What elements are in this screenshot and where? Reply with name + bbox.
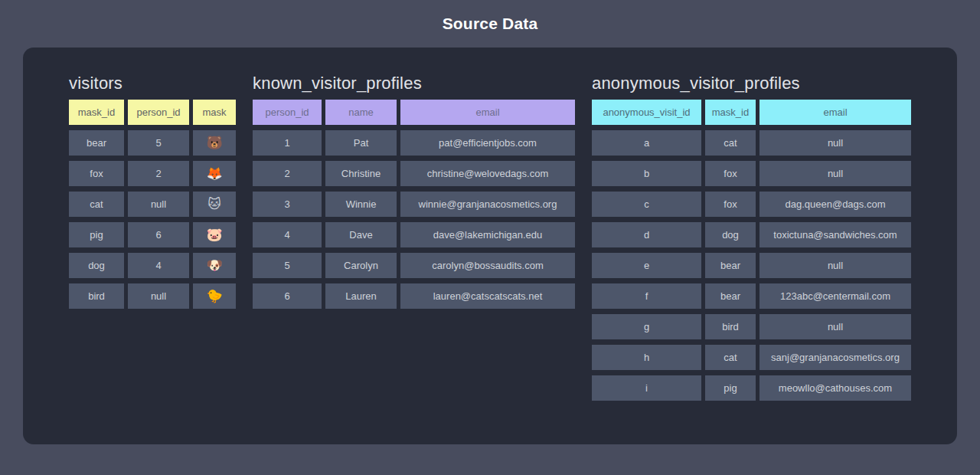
table-cell: 🦊: [193, 161, 236, 186]
table-cell: Christine: [325, 161, 397, 186]
table-cell: fox: [705, 192, 756, 217]
table-cell: 3: [253, 192, 322, 217]
table-cell: sanj@granjanacosmetics.org: [760, 345, 911, 370]
column-header-email: email: [760, 100, 911, 125]
table-cell: dave@lakemichigan.edu: [400, 222, 575, 247]
table-cell: Carolyn: [325, 253, 397, 278]
table-cell: 🐻: [193, 130, 236, 156]
table-cell: g: [592, 314, 701, 339]
table-known_visitor_profiles: known_visitor_profilesperson_idnameemail…: [253, 74, 575, 309]
table-cell: 6: [128, 222, 189, 247]
table-cell: toxictuna@sandwiches.com: [760, 222, 911, 247]
column-header-email: email: [400, 100, 575, 125]
table-cell: meowllo@cathouses.com: [760, 375, 911, 401]
table-cell: cat: [705, 130, 756, 156]
table-cell: d: [592, 222, 701, 247]
table-cell: f: [592, 283, 701, 309]
table-cell: 5: [128, 130, 189, 156]
table-cell: c: [592, 192, 701, 217]
table-cell: bird: [69, 283, 124, 309]
table-cell: 5: [253, 253, 322, 278]
table-cell: null: [760, 161, 911, 186]
table-cell: null: [128, 283, 189, 309]
column-header-anonymous_visit_id: anonymous_visit_id: [592, 100, 701, 125]
table-cell: pat@efficientjobs.com: [400, 130, 575, 156]
table-cell: b: [592, 161, 701, 186]
table-cell: fox: [69, 161, 124, 186]
table-cell: pig: [69, 222, 124, 247]
table-cell: pig: [705, 375, 756, 401]
table-grid: anonymous_visit_idmask_idemailacatnullbf…: [592, 100, 911, 401]
table-cell: e: [592, 253, 701, 278]
column-header-person_id: person_id: [253, 100, 322, 125]
table-anonymous_visitor_profiles: anonymous_visitor_profilesanonymous_visi…: [592, 74, 911, 401]
table-cell: 6: [253, 283, 322, 309]
table-cell: fox: [705, 161, 756, 186]
page-header: Source Data: [0, 0, 980, 48]
page-title: Source Data: [443, 15, 538, 33]
table-cell: i: [592, 375, 701, 401]
column-header-person_id: person_id: [128, 100, 189, 125]
table-grid: person_idnameemail1Patpat@efficientjobs.…: [253, 100, 575, 309]
table-title-visitors: visitors: [69, 74, 236, 93]
table-cell: lauren@catscatscats.net: [400, 283, 575, 309]
table-cell: null: [128, 192, 189, 217]
table-cell: cat: [69, 192, 124, 217]
column-header-mask: mask: [193, 100, 236, 125]
table-cell: 2: [128, 161, 189, 186]
table-cell: 4: [128, 253, 189, 278]
table-cell: dag.queen@dags.com: [760, 192, 911, 217]
table-cell: Lauren: [325, 283, 397, 309]
table-cell: 4: [253, 222, 322, 247]
table-cell: 🐤: [193, 283, 236, 309]
table-grid: mask_idperson_idmaskbear5🐻fox2🦊catnull🐱p…: [69, 100, 236, 309]
tables-container: visitorsmask_idperson_idmaskbear5🐻fox2🦊c…: [69, 74, 957, 401]
column-header-mask_id: mask_id: [69, 100, 124, 125]
source-data-panel: visitorsmask_idperson_idmaskbear5🐻fox2🦊c…: [23, 48, 957, 444]
table-cell: dog: [69, 253, 124, 278]
table-cell: bird: [705, 314, 756, 339]
table-cell: 🐱: [193, 192, 236, 217]
column-header-mask_id: mask_id: [705, 100, 756, 125]
table-cell: Pat: [325, 130, 397, 156]
table-title-anonymous_visitor_profiles: anonymous_visitor_profiles: [592, 74, 911, 93]
table-cell: 2: [253, 161, 322, 186]
table-visitors: visitorsmask_idperson_idmaskbear5🐻fox2🦊c…: [69, 74, 236, 309]
table-cell: null: [760, 253, 911, 278]
table-cell: 1: [253, 130, 322, 156]
table-cell: a: [592, 130, 701, 156]
table-cell: carolyn@bossaudits.com: [400, 253, 575, 278]
table-cell: null: [760, 130, 911, 156]
column-header-name: name: [325, 100, 397, 125]
table-cell: 🐶: [193, 253, 236, 278]
table-cell: 🐷: [193, 222, 236, 247]
table-cell: Winnie: [325, 192, 397, 217]
table-cell: bear: [705, 283, 756, 309]
table-cell: cat: [705, 345, 756, 370]
table-cell: bear: [69, 130, 124, 156]
table-cell: christine@welovedags.com: [400, 161, 575, 186]
table-cell: Dave: [325, 222, 397, 247]
table-cell: bear: [705, 253, 756, 278]
table-cell: 123abc@centermail.com: [760, 283, 911, 309]
table-cell: dog: [705, 222, 756, 247]
table-title-known_visitor_profiles: known_visitor_profiles: [253, 74, 575, 93]
table-cell: winnie@granjanacosmetics.org: [400, 192, 575, 217]
table-cell: h: [592, 345, 701, 370]
table-cell: null: [760, 314, 911, 339]
